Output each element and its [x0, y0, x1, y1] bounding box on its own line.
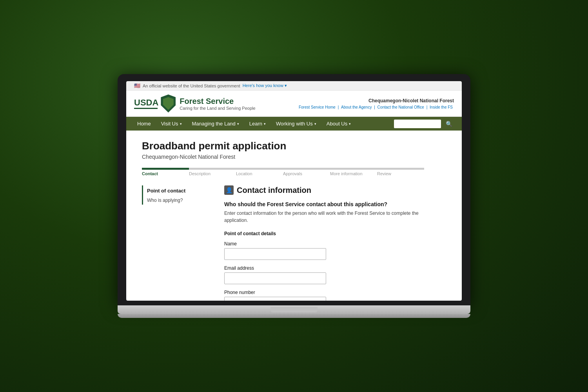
- agency-title: Forest Service: [180, 97, 255, 106]
- laptop-container: 🇺🇸 An official website of the United Sta…: [118, 74, 470, 318]
- page-subtitle: Chequamegon-Nicolet National Forest: [142, 154, 424, 160]
- page-title: Broadband permit application: [142, 140, 424, 152]
- chevron-down-icon: ▾: [237, 122, 239, 126]
- sidebar-item-who-is-applying[interactable]: Who is applying?: [147, 196, 212, 205]
- two-col-layout: Point of contact Who is applying? 👤 Cont…: [142, 185, 424, 301]
- nav-home[interactable]: Home: [132, 117, 156, 131]
- chevron-down-icon: ▾: [180, 122, 182, 126]
- phone-label: Phone number: [224, 290, 424, 295]
- step-label-location[interactable]: Location: [236, 171, 252, 176]
- nav-working-with-us[interactable]: Working with Us ▾: [271, 117, 321, 131]
- step-bar-approvals: [283, 168, 330, 170]
- laptop-screen: 🇺🇸 An official website of the United Sta…: [126, 81, 462, 301]
- subsection-title: Point of contact details: [224, 231, 424, 236]
- name-label: Name: [224, 241, 424, 247]
- nav-learn[interactable]: Learn ▾: [245, 117, 270, 131]
- step-bar-location: [236, 168, 283, 170]
- chevron-down-icon: ▾: [349, 122, 351, 126]
- about-agency-link[interactable]: About the Agency: [341, 105, 372, 109]
- step-bar-contact: [142, 168, 189, 170]
- email-input[interactable]: [224, 272, 326, 284]
- step-review: Review: [377, 168, 424, 176]
- step-contact: Contact: [142, 168, 189, 176]
- main-nav: Home Visit Us ▾ Managing the Land ▾ Lear…: [126, 117, 462, 131]
- forest-name: Chequamegon-Nicolet National Forest: [298, 98, 454, 103]
- forest-service-home-link[interactable]: Forest Service Home: [299, 105, 336, 109]
- contact-question: Who should the Forest Service contact ab…: [224, 201, 424, 207]
- person-icon: 👤: [224, 185, 234, 195]
- sidebar-section-title: Point of contact: [147, 185, 212, 196]
- step-bar-more-info: [330, 168, 377, 170]
- phone-input[interactable]: [224, 297, 326, 301]
- us-flag-icon: 🇺🇸: [134, 83, 140, 89]
- gov-banner: 🇺🇸 An official website of the United Sta…: [126, 81, 462, 91]
- nav-search: 🔍: [394, 119, 456, 129]
- main-col: 👤 Contact information Who should the For…: [224, 185, 424, 301]
- step-description: Description: [189, 168, 236, 176]
- contact-section-heading-text: Contact information: [237, 186, 311, 195]
- agency-subtitle: Caring for the Land and Serving People: [180, 106, 255, 111]
- chevron-down-icon: ▾: [314, 122, 316, 126]
- step-label-approvals[interactable]: Approvals: [283, 171, 302, 176]
- official-text: An official website of the United States…: [143, 83, 240, 88]
- email-label: Email address: [224, 265, 424, 271]
- shield-inner: [162, 96, 174, 111]
- header-links: Forest Service Home | About the Agency |…: [298, 105, 454, 109]
- usda-text-logo: USDA: [134, 98, 158, 109]
- laptop-base: [118, 305, 470, 314]
- step-bar-description: [189, 168, 236, 170]
- shield-icon: [161, 94, 176, 113]
- chevron-down-icon: ▾: [264, 122, 266, 126]
- form-group-phone: Phone number: [224, 290, 424, 301]
- search-input[interactable]: [394, 120, 441, 128]
- search-button[interactable]: 🔍: [443, 119, 456, 129]
- step-bar-review: [377, 168, 424, 170]
- section-heading: 👤 Contact information: [224, 185, 424, 195]
- laptop-foot: [118, 314, 470, 318]
- step-label-more-info[interactable]: More information: [330, 171, 363, 176]
- contact-description: Enter contact information for the person…: [224, 210, 424, 224]
- step-label-description[interactable]: Description: [189, 171, 211, 176]
- agency-info: Forest Service Caring for the Land and S…: [180, 97, 255, 111]
- step-approvals: Approvals: [283, 168, 330, 176]
- site-header: USDA Forest Service Caring for the Land …: [126, 91, 462, 117]
- how-to-know-link[interactable]: Here's how you know ▾: [243, 83, 287, 88]
- name-input[interactable]: [224, 248, 326, 260]
- step-location: Location: [236, 168, 283, 176]
- nav-about-us[interactable]: About Us ▾: [322, 117, 356, 131]
- usda-logo: USDA: [134, 94, 176, 113]
- nav-managing-land[interactable]: Managing the Land ▾: [187, 117, 244, 131]
- header-left: USDA Forest Service Caring for the Land …: [134, 94, 256, 113]
- page-content: Broadband permit application Chequamegon…: [126, 131, 440, 301]
- contact-national-office-link[interactable]: Contact the National Office: [377, 105, 424, 109]
- step-more-info: More information: [330, 168, 377, 176]
- step-label-review[interactable]: Review: [377, 171, 391, 176]
- laptop-bezel: 🇺🇸 An official website of the United Sta…: [118, 74, 470, 305]
- sidebar-section-contact: Point of contact Who is applying?: [142, 185, 212, 205]
- header-right: Chequamegon-Nicolet National Forest Fore…: [298, 98, 454, 109]
- progress-steps: Contact Description Location Approvals: [142, 168, 424, 176]
- form-group-name: Name: [224, 241, 424, 260]
- form-group-email: Email address: [224, 265, 424, 284]
- inside-fs-link[interactable]: Inside the FS: [430, 105, 453, 109]
- step-label-contact[interactable]: Contact: [142, 171, 158, 176]
- sidebar: Point of contact Who is applying?: [142, 185, 212, 301]
- nav-visit-us[interactable]: Visit Us ▾: [156, 117, 187, 131]
